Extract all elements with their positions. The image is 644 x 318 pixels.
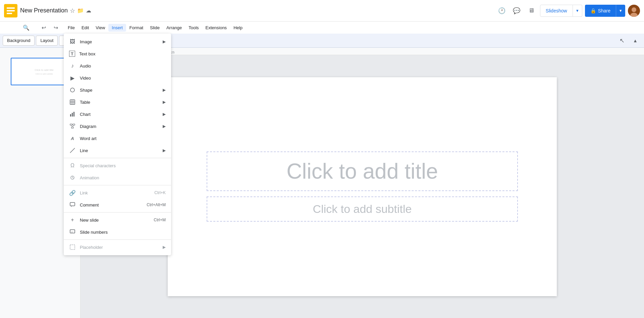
present-icon[interactable]: 🖥 [525,5,537,17]
select-icon[interactable]: ↖ [616,35,628,47]
share-button[interactable]: 🔒 Share [585,5,616,17]
app-logo[interactable] [4,4,17,17]
image-label: Image [80,39,159,44]
menu-item-extensions[interactable]: Extensions [202,24,230,32]
subtitle-placeholder-box[interactable]: Click to add subtitle [207,196,518,222]
menu-item-comment[interactable]: Comment Ctrl+Alt+M [64,199,171,211]
diagram-submenu-arrow: ▶ [163,124,166,129]
ruler-mark: 25 [171,51,174,54]
menu-item-table[interactable]: Table ▶ [64,96,171,108]
svg-rect-26 [70,245,75,249]
menu-item-view[interactable]: View [92,24,108,32]
table-submenu-arrow: ▶ [163,100,166,104]
video-icon: ▶ [69,75,76,81]
menu-item-placeholder: Placeholder ▶ [64,241,171,253]
menu-item-video[interactable]: ▶ Video [64,72,171,84]
menu-item-help[interactable]: Help [230,24,246,32]
folder-icon[interactable]: 📁 [77,7,84,14]
redo-icon[interactable]: ↪ [50,21,62,34]
menu-bar: 🔍 ↩ ↪ File Edit View Insert Format Slide… [0,21,644,34]
comment-label: Comment [80,202,143,208]
new-slide-icon: + [69,217,76,223]
menu-item-chart[interactable]: Chart ▶ [64,108,171,120]
menu-item-edit[interactable]: Edit [78,24,92,32]
diagram-icon [69,123,76,130]
line-icon [69,147,76,154]
undo-icon[interactable]: ↩ [38,21,50,34]
menu-item-arrange[interactable]: Arrange [163,24,185,32]
thumb-subtitle: Click to add subtitle [35,73,53,75]
svg-point-7 [70,88,74,92]
slide-title-placeholder[interactable]: Click to add title [286,159,438,183]
menu-item-link: 🔗 Link Ctrl+K [64,187,171,199]
thumb-title: Click to add title [35,69,53,72]
menu-item-file[interactable]: File [64,24,78,32]
svg-rect-13 [70,114,71,117]
shape-icon [69,87,76,93]
menu-item-slide-numbers[interactable]: # Slide numbers [64,226,171,238]
menu-item-wordart[interactable]: A Word art [64,132,171,144]
audio-label: Audio [80,63,166,69]
menu-item-tools[interactable]: Tools [185,24,202,32]
menu-item-animation: Animation [64,172,171,184]
separator-3 [64,212,171,213]
svg-rect-3 [7,13,12,14]
search-area: 🔍 [20,21,32,34]
collapse-icon[interactable]: ▲ [629,35,641,47]
menu-item-audio[interactable]: ♪ Audio [64,60,171,72]
share-dropdown-button[interactable]: ▾ [616,5,625,17]
slide-numbers-label: Slide numbers [80,230,166,235]
comment-shortcut: Ctrl+Alt+M [147,202,166,207]
special-characters-label: Special characters [80,163,166,168]
star-icon[interactable]: ☆ [70,7,75,14]
title-area: New Presentation ☆ 📁 ☁ [20,7,91,14]
svg-rect-17 [73,124,75,125]
menu-item-line[interactable]: Line ▶ [64,144,171,156]
menu-item-new-slide[interactable]: + New slide Ctrl+M [64,214,171,226]
slideshow-button[interactable]: Slideshow [540,5,573,17]
layout-button[interactable]: Layout [36,36,58,46]
comment-icon[interactable]: 💬 [511,5,523,17]
history-icon[interactable]: 🕐 [496,5,508,17]
separator-4 [64,239,171,240]
svg-rect-18 [71,127,73,128]
menu-item-format[interactable]: Format [126,24,147,32]
svg-line-19 [71,125,72,127]
svg-line-20 [72,125,74,127]
slide-canvas[interactable]: Click to add title Click to add subtitle [168,77,557,296]
diagram-label: Diagram [80,124,159,129]
cloud-icon[interactable]: ☁ [86,7,91,14]
slide-subtitle-placeholder[interactable]: Click to add subtitle [313,202,412,215]
svg-rect-23 [70,202,75,206]
doc-title-text[interactable]: New Presentation [20,7,68,14]
slideshow-btn-group: Slideshow ▾ [540,5,582,17]
audio-icon: ♪ [69,62,76,69]
background-button[interactable]: Background [3,36,35,46]
avatar[interactable] [628,5,640,17]
svg-line-21 [70,148,75,153]
line-submenu-arrow: ▶ [163,148,166,153]
menu-item-shape[interactable]: Shape ▶ [64,84,171,96]
search-icon[interactable]: 🔍 [20,21,32,34]
chart-icon [69,111,76,118]
chart-submenu-arrow: ▶ [163,112,166,117]
title-placeholder-box[interactable]: Click to add title [207,151,518,191]
svg-rect-16 [70,124,72,125]
menu-item-slide[interactable]: Slide [147,24,163,32]
slideshow-dropdown-button[interactable]: ▾ [573,5,582,17]
shape-label: Shape [80,88,159,93]
menu-item-image[interactable]: 🖼 Image ▶ [64,36,171,48]
menu-item-textbox[interactable]: T Text box [64,48,171,60]
special-characters-icon: Ω [69,162,76,169]
menu-item-special-characters: Ω Special characters [64,160,171,172]
menu-item-insert[interactable]: Insert [108,24,126,32]
animation-icon [69,174,76,181]
video-label: Video [80,76,166,81]
menu-item-diagram[interactable]: Diagram ▶ [64,120,171,132]
image-icon: 🖼 [69,38,76,45]
wordart-label: Word art [80,136,166,141]
title-bar: New Presentation ☆ 📁 ☁ 🕐 💬 🖥 Slideshow ▾… [0,0,644,21]
placeholder-label: Placeholder [80,245,159,250]
chart-label: Chart [80,112,159,117]
placeholder-icon [69,244,76,251]
